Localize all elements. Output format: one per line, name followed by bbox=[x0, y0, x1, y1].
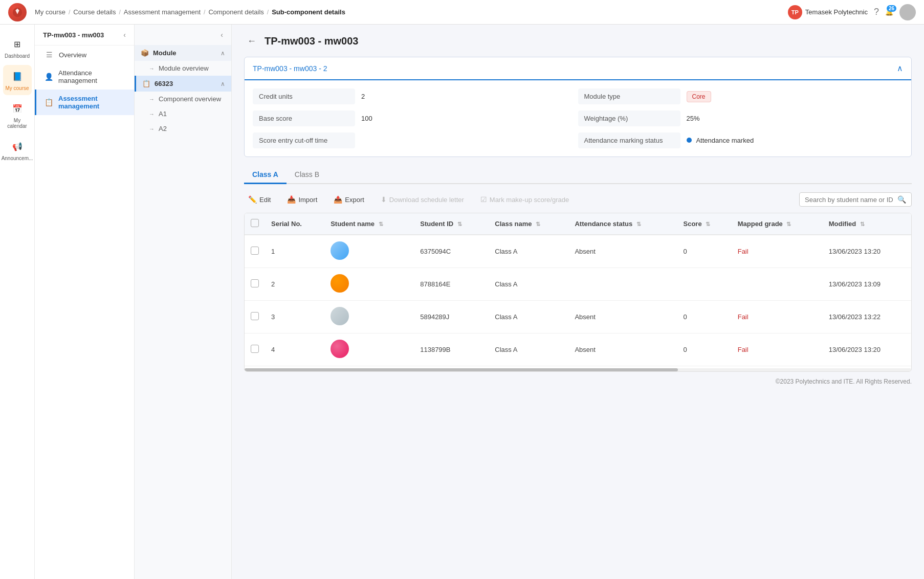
sidebar-item-announcements[interactable]: 📢 Announcem... bbox=[3, 135, 32, 165]
row-classname-3: Class A bbox=[489, 333, 568, 366]
sidebar-item-attendance[interactable]: 👤 Attendance management bbox=[35, 64, 134, 90]
breadcrumb-coursedetails[interactable]: Course details bbox=[73, 8, 116, 16]
main-layout: ⊞ Dashboard 📘 My course 📅 My calendar 📢 … bbox=[0, 25, 924, 579]
sidebar-tree: ‹ 📦 Module ∧ → Module overview 📋 66323 ∧… bbox=[135, 25, 232, 579]
row-attendance-0: Absent bbox=[568, 235, 677, 268]
import-icon: 📥 bbox=[287, 195, 296, 204]
back-button[interactable]: ← bbox=[244, 35, 259, 48]
attendance-icon: 👤 bbox=[45, 73, 53, 81]
notification-count: 26 bbox=[887, 5, 896, 12]
header-score[interactable]: Score ⇅ bbox=[677, 213, 732, 235]
tab-class-a[interactable]: Class A bbox=[244, 166, 287, 184]
user-avatar[interactable] bbox=[899, 4, 916, 20]
sidebar-label-calendar: My calendar bbox=[5, 118, 30, 129]
row-checkbox-0[interactable] bbox=[251, 247, 259, 255]
row-avatar-2 bbox=[324, 301, 414, 333]
attendance-label: Attendance management bbox=[58, 69, 126, 84]
row-serial-1: 2 bbox=[265, 268, 324, 301]
core-badge: Core bbox=[687, 91, 711, 102]
row-score-0: 0 bbox=[677, 235, 732, 268]
student-avatar-0 bbox=[331, 241, 349, 260]
sidebar-icons: ⊞ Dashboard 📘 My course 📅 My calendar 📢 … bbox=[0, 25, 35, 579]
mark-button[interactable]: ☑ Mark make-up score/grade bbox=[476, 193, 573, 206]
tree-module-overview[interactable]: → Module overview bbox=[135, 61, 231, 76]
header-mapped-grade[interactable]: Mapped grade ⇅ bbox=[732, 213, 823, 235]
score-entry-value bbox=[355, 137, 367, 145]
row-studentid-1: 8788164E bbox=[414, 268, 489, 301]
sidebar-item-assessment[interactable]: 📋 Assessment management bbox=[35, 90, 134, 115]
breadcrumb-component[interactable]: Component details bbox=[208, 8, 263, 16]
row-studentid-3: 1138799B bbox=[414, 333, 489, 366]
sidebar-item-mycourse[interactable]: 📘 My course bbox=[3, 65, 32, 95]
module-type-label: Module type bbox=[578, 88, 680, 104]
header-serial[interactable]: Serial No. bbox=[265, 213, 324, 235]
edit-button[interactable]: ✏️ Edit bbox=[244, 193, 275, 206]
help-icon[interactable]: ? bbox=[874, 7, 879, 17]
accordion-header[interactable]: TP-mw003 - mw003 - 2 ∧ bbox=[245, 57, 911, 80]
institution-name: Temasek Polytechnic bbox=[805, 8, 868, 16]
sort-mapped-grade-icon: ⇅ bbox=[786, 221, 791, 227]
breadcrumb-sep-4: / bbox=[267, 9, 269, 16]
select-all-checkbox[interactable] bbox=[251, 219, 259, 227]
tree-collapse-icon[interactable]: ‹ bbox=[221, 31, 223, 39]
sort-class-name-icon: ⇅ bbox=[536, 221, 540, 227]
sidebar-collapse-icon[interactable]: ‹ bbox=[123, 31, 126, 39]
header-attendance[interactable]: Attendance status ⇅ bbox=[568, 213, 677, 235]
row-checkbox-3[interactable] bbox=[251, 345, 259, 353]
sidebar-nav-title: TP-mw003 - mw003 bbox=[43, 31, 104, 39]
row-checkbox-cell bbox=[245, 301, 265, 333]
header-student-id-label: Student ID bbox=[420, 220, 453, 228]
horizontal-scrollbar[interactable] bbox=[245, 368, 911, 371]
header-modified[interactable]: Modified ⇅ bbox=[823, 213, 911, 235]
breadcrumb-sep-2: / bbox=[119, 9, 120, 16]
export-button[interactable]: 📤 Export bbox=[329, 193, 368, 206]
sort-student-name-icon: ⇅ bbox=[379, 221, 383, 227]
notification-bell[interactable]: 🔔 26 bbox=[885, 8, 893, 16]
header-class-name[interactable]: Class name ⇅ bbox=[489, 213, 568, 235]
breadcrumb-mycourse[interactable]: My course bbox=[35, 8, 65, 16]
table-row: 2 8788164E Class A 13/06/2023 13:09 bbox=[245, 268, 911, 301]
header-student-name[interactable]: Student name ⇅ bbox=[324, 213, 414, 235]
header-student-id[interactable]: Student ID ⇅ bbox=[414, 213, 489, 235]
row-grade-1 bbox=[732, 268, 823, 301]
row-modified-3: 13/06/2023 13:20 bbox=[823, 333, 911, 366]
base-score-row: Base score 100 bbox=[253, 110, 578, 126]
row-grade-2: Fail bbox=[732, 301, 823, 333]
sidebar-item-calendar[interactable]: 📅 My calendar bbox=[3, 97, 32, 133]
mark-icon: ☑ bbox=[480, 195, 487, 204]
search-input[interactable] bbox=[805, 196, 894, 204]
sidebar-item-overview[interactable]: ☰ Overview bbox=[35, 46, 134, 64]
tree-a2[interactable]: → A2 bbox=[135, 121, 231, 136]
base-score-value: 100 bbox=[355, 110, 379, 126]
header-checkbox-cell bbox=[245, 213, 265, 235]
accordion-body: Credit units 2 Module type Core Base sco… bbox=[245, 80, 911, 157]
tab-class-b[interactable]: Class B bbox=[287, 166, 327, 184]
accordion-toggle-icon: ∧ bbox=[897, 63, 903, 73]
header-serial-label: Serial No. bbox=[271, 220, 302, 228]
tree-66323-section[interactable]: 📋 66323 ∧ bbox=[135, 76, 231, 92]
row-modified-0: 13/06/2023 13:20 bbox=[823, 235, 911, 268]
sidebar-item-dashboard[interactable]: ⊞ Dashboard bbox=[3, 33, 32, 63]
overview-label: Overview bbox=[59, 51, 86, 59]
row-checkbox-2[interactable] bbox=[251, 312, 259, 320]
student-avatar-1 bbox=[331, 274, 349, 293]
attendance-status-text: Attendance marked bbox=[696, 137, 754, 144]
import-label: Import bbox=[298, 196, 317, 204]
tp-icon: TP bbox=[788, 5, 802, 19]
tree-component-overview[interactable]: → Component overview bbox=[135, 92, 231, 106]
calendar-icon: 📅 bbox=[10, 101, 25, 116]
breadcrumb-assessment[interactable]: Assessment management bbox=[124, 8, 201, 16]
scrollbar-thumb[interactable] bbox=[245, 368, 678, 371]
score-entry-row: Score entry cut-off time bbox=[253, 132, 578, 148]
module-overview-arrow-icon: → bbox=[149, 65, 155, 72]
import-button[interactable]: 📥 Import bbox=[283, 193, 321, 206]
row-studentid-2: 5894289J bbox=[414, 301, 489, 333]
search-box[interactable]: 🔍 bbox=[799, 192, 912, 207]
download-button[interactable]: ⬇ Download schedule letter bbox=[377, 193, 468, 206]
header-attendance-label: Attendance status bbox=[575, 220, 632, 228]
tree-a1[interactable]: → A1 bbox=[135, 106, 231, 121]
header-class-name-label: Class name bbox=[495, 220, 532, 228]
tree-module-section[interactable]: 📦 Module ∧ bbox=[135, 45, 231, 61]
row-checkbox-1[interactable] bbox=[251, 279, 259, 287]
toolbar-actions: ✏️ Edit 📥 Import 📤 Export ⬇ Download sch… bbox=[244, 193, 573, 206]
